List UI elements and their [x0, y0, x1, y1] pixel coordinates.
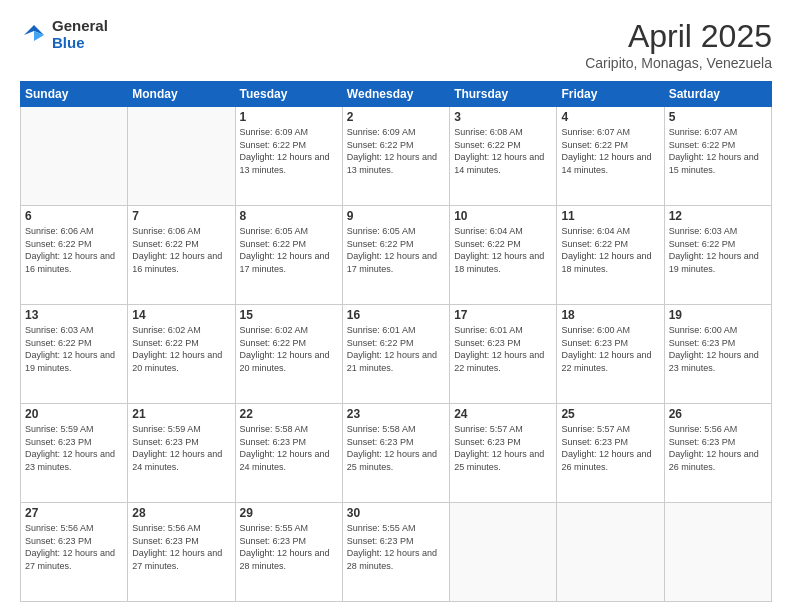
calendar-day-cell: [128, 107, 235, 206]
title-block: April 2025 Caripito, Monagas, Venezuela: [585, 18, 772, 71]
calendar-subtitle: Caripito, Monagas, Venezuela: [585, 55, 772, 71]
calendar-day-cell: 18Sunrise: 6:00 AM Sunset: 6:23 PM Dayli…: [557, 305, 664, 404]
day-number: 11: [561, 209, 659, 223]
calendar-day-cell: 11Sunrise: 6:04 AM Sunset: 6:22 PM Dayli…: [557, 206, 664, 305]
day-number: 4: [561, 110, 659, 124]
calendar-day-cell: 9Sunrise: 6:05 AM Sunset: 6:22 PM Daylig…: [342, 206, 449, 305]
day-info: Sunrise: 6:03 AM Sunset: 6:22 PM Dayligh…: [669, 225, 767, 275]
day-info: Sunrise: 5:56 AM Sunset: 6:23 PM Dayligh…: [132, 522, 230, 572]
day-info: Sunrise: 6:01 AM Sunset: 6:23 PM Dayligh…: [454, 324, 552, 374]
day-number: 19: [669, 308, 767, 322]
calendar-header-cell: Sunday: [21, 82, 128, 107]
calendar-day-cell: 4Sunrise: 6:07 AM Sunset: 6:22 PM Daylig…: [557, 107, 664, 206]
calendar-day-cell: 29Sunrise: 5:55 AM Sunset: 6:23 PM Dayli…: [235, 503, 342, 602]
day-number: 7: [132, 209, 230, 223]
calendar-day-cell: 2Sunrise: 6:09 AM Sunset: 6:22 PM Daylig…: [342, 107, 449, 206]
day-number: 18: [561, 308, 659, 322]
day-number: 16: [347, 308, 445, 322]
day-info: Sunrise: 6:09 AM Sunset: 6:22 PM Dayligh…: [240, 126, 338, 176]
calendar-day-cell: 3Sunrise: 6:08 AM Sunset: 6:22 PM Daylig…: [450, 107, 557, 206]
calendar-header-cell: Friday: [557, 82, 664, 107]
day-number: 6: [25, 209, 123, 223]
calendar-day-cell: 5Sunrise: 6:07 AM Sunset: 6:22 PM Daylig…: [664, 107, 771, 206]
calendar-day-cell: 22Sunrise: 5:58 AM Sunset: 6:23 PM Dayli…: [235, 404, 342, 503]
day-info: Sunrise: 6:06 AM Sunset: 6:22 PM Dayligh…: [25, 225, 123, 275]
calendar-table: SundayMondayTuesdayWednesdayThursdayFrid…: [20, 81, 772, 602]
calendar-header-cell: Monday: [128, 82, 235, 107]
day-info: Sunrise: 6:02 AM Sunset: 6:22 PM Dayligh…: [132, 324, 230, 374]
calendar-day-cell: 14Sunrise: 6:02 AM Sunset: 6:22 PM Dayli…: [128, 305, 235, 404]
day-number: 21: [132, 407, 230, 421]
header: General Blue April 2025 Caripito, Monaga…: [20, 18, 772, 71]
day-number: 28: [132, 506, 230, 520]
day-number: 20: [25, 407, 123, 421]
day-info: Sunrise: 6:09 AM Sunset: 6:22 PM Dayligh…: [347, 126, 445, 176]
calendar-day-cell: 30Sunrise: 5:55 AM Sunset: 6:23 PM Dayli…: [342, 503, 449, 602]
day-number: 12: [669, 209, 767, 223]
page: General Blue April 2025 Caripito, Monaga…: [0, 0, 792, 612]
calendar-day-cell: 21Sunrise: 5:59 AM Sunset: 6:23 PM Dayli…: [128, 404, 235, 503]
calendar-day-cell: [557, 503, 664, 602]
calendar-week-row: 27Sunrise: 5:56 AM Sunset: 6:23 PM Dayli…: [21, 503, 772, 602]
day-info: Sunrise: 6:07 AM Sunset: 6:22 PM Dayligh…: [561, 126, 659, 176]
day-info: Sunrise: 5:55 AM Sunset: 6:23 PM Dayligh…: [347, 522, 445, 572]
calendar-header-cell: Thursday: [450, 82, 557, 107]
day-number: 14: [132, 308, 230, 322]
calendar-day-cell: 12Sunrise: 6:03 AM Sunset: 6:22 PM Dayli…: [664, 206, 771, 305]
calendar-day-cell: 24Sunrise: 5:57 AM Sunset: 6:23 PM Dayli…: [450, 404, 557, 503]
day-number: 3: [454, 110, 552, 124]
day-info: Sunrise: 6:06 AM Sunset: 6:22 PM Dayligh…: [132, 225, 230, 275]
day-info: Sunrise: 6:05 AM Sunset: 6:22 PM Dayligh…: [347, 225, 445, 275]
calendar-day-cell: [450, 503, 557, 602]
calendar-day-cell: 25Sunrise: 5:57 AM Sunset: 6:23 PM Dayli…: [557, 404, 664, 503]
calendar-week-row: 20Sunrise: 5:59 AM Sunset: 6:23 PM Dayli…: [21, 404, 772, 503]
day-number: 2: [347, 110, 445, 124]
day-info: Sunrise: 5:59 AM Sunset: 6:23 PM Dayligh…: [25, 423, 123, 473]
calendar-week-row: 6Sunrise: 6:06 AM Sunset: 6:22 PM Daylig…: [21, 206, 772, 305]
calendar-day-cell: 23Sunrise: 5:58 AM Sunset: 6:23 PM Dayli…: [342, 404, 449, 503]
day-number: 23: [347, 407, 445, 421]
day-number: 9: [347, 209, 445, 223]
calendar-day-cell: 15Sunrise: 6:02 AM Sunset: 6:22 PM Dayli…: [235, 305, 342, 404]
logo-icon: [20, 21, 48, 49]
day-info: Sunrise: 6:03 AM Sunset: 6:22 PM Dayligh…: [25, 324, 123, 374]
calendar-day-cell: 19Sunrise: 6:00 AM Sunset: 6:23 PM Dayli…: [664, 305, 771, 404]
day-info: Sunrise: 5:56 AM Sunset: 6:23 PM Dayligh…: [669, 423, 767, 473]
day-info: Sunrise: 6:00 AM Sunset: 6:23 PM Dayligh…: [669, 324, 767, 374]
day-info: Sunrise: 5:55 AM Sunset: 6:23 PM Dayligh…: [240, 522, 338, 572]
day-info: Sunrise: 5:57 AM Sunset: 6:23 PM Dayligh…: [561, 423, 659, 473]
day-number: 10: [454, 209, 552, 223]
day-number: 1: [240, 110, 338, 124]
calendar-day-cell: 6Sunrise: 6:06 AM Sunset: 6:22 PM Daylig…: [21, 206, 128, 305]
day-number: 8: [240, 209, 338, 223]
day-number: 15: [240, 308, 338, 322]
day-info: Sunrise: 5:58 AM Sunset: 6:23 PM Dayligh…: [240, 423, 338, 473]
calendar-day-cell: 10Sunrise: 6:04 AM Sunset: 6:22 PM Dayli…: [450, 206, 557, 305]
day-info: Sunrise: 6:04 AM Sunset: 6:22 PM Dayligh…: [561, 225, 659, 275]
day-info: Sunrise: 5:59 AM Sunset: 6:23 PM Dayligh…: [132, 423, 230, 473]
day-info: Sunrise: 5:58 AM Sunset: 6:23 PM Dayligh…: [347, 423, 445, 473]
day-number: 26: [669, 407, 767, 421]
day-number: 29: [240, 506, 338, 520]
calendar-day-cell: 17Sunrise: 6:01 AM Sunset: 6:23 PM Dayli…: [450, 305, 557, 404]
logo-blue: Blue: [52, 35, 108, 52]
day-number: 17: [454, 308, 552, 322]
day-number: 5: [669, 110, 767, 124]
day-info: Sunrise: 6:02 AM Sunset: 6:22 PM Dayligh…: [240, 324, 338, 374]
calendar-header-cell: Wednesday: [342, 82, 449, 107]
logo-general: General: [52, 18, 108, 35]
calendar-day-cell: 13Sunrise: 6:03 AM Sunset: 6:22 PM Dayli…: [21, 305, 128, 404]
day-number: 27: [25, 506, 123, 520]
calendar-day-cell: [664, 503, 771, 602]
day-info: Sunrise: 6:05 AM Sunset: 6:22 PM Dayligh…: [240, 225, 338, 275]
calendar-day-cell: 1Sunrise: 6:09 AM Sunset: 6:22 PM Daylig…: [235, 107, 342, 206]
day-info: Sunrise: 6:00 AM Sunset: 6:23 PM Dayligh…: [561, 324, 659, 374]
calendar-day-cell: 27Sunrise: 5:56 AM Sunset: 6:23 PM Dayli…: [21, 503, 128, 602]
day-number: 24: [454, 407, 552, 421]
calendar-day-cell: 20Sunrise: 5:59 AM Sunset: 6:23 PM Dayli…: [21, 404, 128, 503]
day-info: Sunrise: 5:57 AM Sunset: 6:23 PM Dayligh…: [454, 423, 552, 473]
calendar-header-row: SundayMondayTuesdayWednesdayThursdayFrid…: [21, 82, 772, 107]
logo: General Blue: [20, 18, 108, 51]
day-number: 25: [561, 407, 659, 421]
calendar-day-cell: 28Sunrise: 5:56 AM Sunset: 6:23 PM Dayli…: [128, 503, 235, 602]
